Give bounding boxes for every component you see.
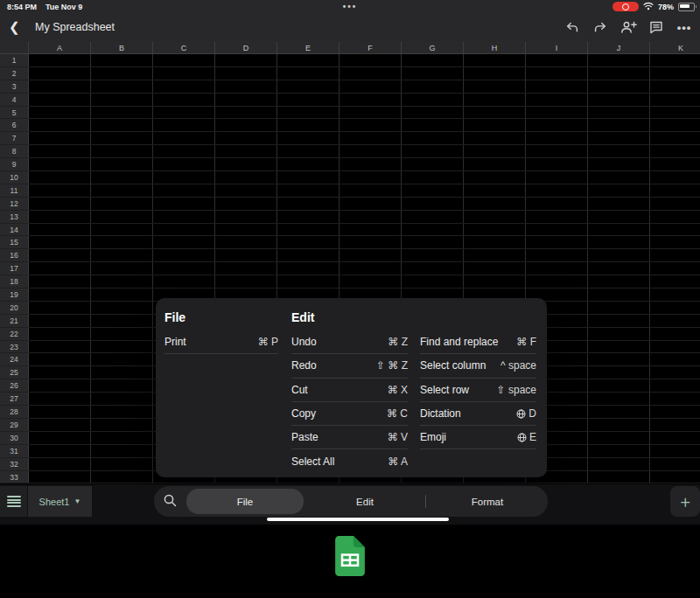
cell-K30[interactable] — [650, 432, 700, 444]
row-header-27[interactable]: 27 — [0, 393, 29, 405]
select-all-corner[interactable] — [0, 42, 29, 54]
row-header-16[interactable]: 16 — [0, 249, 29, 261]
cell-K21[interactable] — [650, 315, 700, 327]
cell-J23[interactable] — [588, 341, 650, 353]
cell-B18[interactable] — [91, 275, 153, 288]
cell-K8[interactable] — [650, 145, 700, 157]
cell-H8[interactable] — [464, 145, 526, 157]
cell-B6[interactable] — [91, 119, 153, 131]
cell-A27[interactable] — [29, 393, 91, 405]
cell-A25[interactable] — [29, 366, 91, 379]
cell-A4[interactable] — [29, 94, 91, 106]
cell-G5[interactable] — [402, 107, 464, 119]
cell-J26[interactable] — [588, 379, 650, 392]
shortcut-row-copy[interactable]: Copy⌘ C — [291, 402, 408, 426]
cell-F8[interactable] — [340, 145, 402, 157]
cell-H9[interactable] — [464, 158, 526, 170]
cell-K19[interactable] — [650, 289, 700, 301]
cell-H4[interactable] — [464, 94, 526, 106]
cell-J8[interactable] — [588, 145, 650, 157]
cell-B8[interactable] — [91, 145, 153, 157]
search-button[interactable] — [163, 493, 180, 511]
cell-A19[interactable] — [29, 289, 91, 301]
sheet-tab[interactable]: Sheet1 ▼ — [28, 486, 92, 517]
cell-C4[interactable] — [153, 94, 215, 106]
cell-D3[interactable] — [215, 80, 277, 93]
cell-I4[interactable] — [526, 94, 588, 106]
cell-H11[interactable] — [464, 184, 526, 197]
cell-E13[interactable] — [277, 211, 340, 223]
cell-E17[interactable] — [277, 262, 340, 275]
column-header-E[interactable]: E — [277, 42, 340, 54]
row-header-20[interactable]: 20 — [0, 302, 29, 314]
cell-G17[interactable] — [402, 262, 464, 275]
shortcut-row-select-all[interactable]: Select All⌘ A — [291, 449, 408, 472]
cell-C16[interactable] — [153, 249, 215, 261]
cell-B31[interactable] — [91, 445, 153, 457]
cell-D9[interactable] — [215, 158, 277, 170]
cell-I7[interactable] — [526, 132, 588, 144]
cell-D14[interactable] — [215, 224, 277, 236]
cell-H18[interactable] — [464, 275, 526, 288]
add-sheet-button[interactable]: ＋ — [670, 486, 700, 517]
cell-B3[interactable] — [91, 80, 153, 93]
cell-B7[interactable] — [91, 132, 153, 144]
cell-A3[interactable] — [29, 80, 91, 93]
cell-G2[interactable] — [402, 67, 464, 80]
cell-K32[interactable] — [650, 458, 700, 470]
cell-D1[interactable] — [215, 54, 277, 66]
cell-I1[interactable] — [526, 54, 588, 66]
shortcut-row-redo[interactable]: Redo⇧ ⌘ Z — [291, 354, 408, 378]
shortcut-row-paste[interactable]: Paste⌘ V — [291, 426, 408, 449]
cell-A15[interactable] — [29, 236, 91, 248]
cell-H15[interactable] — [464, 236, 526, 248]
cell-H2[interactable] — [464, 67, 526, 80]
cell-K31[interactable] — [650, 445, 700, 457]
cell-G12[interactable] — [402, 198, 464, 210]
cell-E10[interactable] — [277, 171, 340, 184]
cell-J32[interactable] — [588, 458, 650, 470]
menu-tab-file[interactable]: File — [186, 489, 304, 514]
cell-C12[interactable] — [153, 198, 215, 210]
row-header-26[interactable]: 26 — [0, 379, 29, 392]
row-header-7[interactable]: 7 — [0, 132, 29, 144]
cell-F4[interactable] — [340, 94, 402, 106]
cell-C7[interactable] — [153, 132, 215, 144]
cell-K14[interactable] — [650, 224, 700, 236]
column-header-C[interactable]: C — [153, 42, 215, 54]
row-header-14[interactable]: 14 — [0, 224, 29, 236]
cell-J33[interactable] — [588, 471, 650, 483]
cell-B24[interactable] — [91, 353, 153, 365]
cell-G4[interactable] — [402, 94, 464, 106]
cell-F10[interactable] — [340, 171, 402, 184]
cell-C13[interactable] — [153, 211, 215, 223]
cell-A13[interactable] — [29, 211, 91, 223]
column-header-B[interactable]: B — [91, 42, 153, 54]
cell-J19[interactable] — [588, 289, 650, 301]
cell-B9[interactable] — [91, 158, 153, 170]
cell-K17[interactable] — [650, 262, 700, 275]
screen-recording-indicator-icon[interactable] — [612, 2, 639, 11]
comments-button[interactable] — [648, 18, 665, 36]
row-header-15[interactable]: 15 — [0, 236, 29, 248]
cell-F12[interactable] — [340, 198, 402, 210]
cell-B20[interactable] — [91, 302, 153, 314]
cell-I2[interactable] — [526, 67, 588, 80]
cell-I15[interactable] — [526, 236, 588, 248]
cell-D2[interactable] — [215, 67, 277, 80]
cell-J29[interactable] — [588, 419, 650, 431]
document-title[interactable]: My Spreadsheet — [35, 21, 115, 33]
cell-B11[interactable] — [91, 184, 153, 197]
cell-K26[interactable] — [650, 379, 700, 392]
cell-G14[interactable] — [402, 224, 464, 236]
row-header-29[interactable]: 29 — [0, 419, 29, 431]
cell-E3[interactable] — [277, 80, 340, 93]
cell-J27[interactable] — [588, 393, 650, 405]
cell-J13[interactable] — [588, 211, 650, 223]
cell-B22[interactable] — [91, 328, 153, 340]
cell-D7[interactable] — [215, 132, 277, 144]
cell-C14[interactable] — [153, 224, 215, 236]
cell-J3[interactable] — [588, 80, 650, 93]
cell-B2[interactable] — [91, 67, 153, 80]
cell-A10[interactable] — [29, 171, 91, 184]
